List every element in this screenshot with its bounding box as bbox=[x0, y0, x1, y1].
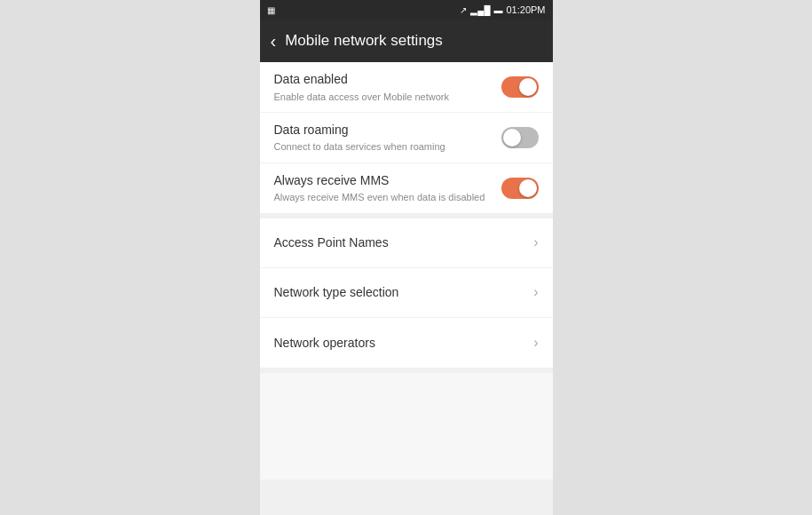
data-enabled-subtitle: Enable data access over Mobile network bbox=[274, 91, 501, 103]
access-point-names-item[interactable]: Access Point Names › bbox=[260, 218, 553, 268]
always-receive-mms-thumb bbox=[519, 179, 537, 197]
network-operators-chevron: › bbox=[533, 336, 538, 350]
status-right: ↗ ▂▄█ ▬ 01:20PM bbox=[460, 4, 545, 15]
data-roaming-toggle[interactable] bbox=[501, 127, 539, 148]
data-enabled-title: Data enabled bbox=[274, 71, 501, 89]
page-title: Mobile network settings bbox=[285, 32, 443, 50]
data-roaming-text: Data roaming Connect to data services wh… bbox=[274, 122, 501, 154]
always-receive-mms-text: Always receive MMS Always receive MMS ev… bbox=[274, 172, 501, 204]
status-bar: ▦ ↗ ▂▄█ ▬ 01:20PM bbox=[260, 0, 553, 20]
battery-icon: ▬ bbox=[493, 5, 502, 15]
status-time: 01:20PM bbox=[506, 4, 545, 15]
network-operators-label: Network operators bbox=[274, 336, 375, 350]
always-receive-mms-track[interactable] bbox=[501, 178, 539, 199]
nav-section: Access Point Names › Network type select… bbox=[260, 218, 553, 368]
data-enabled-toggle[interactable] bbox=[501, 76, 539, 98]
always-receive-mms-subtitle: Always receive MMS even when data is dis… bbox=[274, 191, 501, 203]
screen-content: Data enabled Enable data access over Mob… bbox=[260, 62, 553, 515]
status-left: ▦ bbox=[267, 5, 275, 15]
network-type-selection-label: Network type selection bbox=[274, 285, 399, 299]
always-receive-mms-title: Always receive MMS bbox=[274, 172, 501, 190]
access-point-names-label: Access Point Names bbox=[274, 235, 389, 250]
data-roaming-track[interactable] bbox=[501, 127, 539, 148]
data-roaming-item[interactable]: Data roaming Connect to data services wh… bbox=[260, 113, 553, 163]
data-enabled-text: Data enabled Enable data access over Mob… bbox=[274, 71, 501, 103]
data-roaming-title: Data roaming bbox=[274, 122, 501, 139]
network-operators-item[interactable]: Network operators › bbox=[260, 318, 553, 368]
network-type-selection-item[interactable]: Network type selection › bbox=[260, 268, 553, 318]
data-enabled-thumb bbox=[519, 78, 537, 96]
notification-icon: ▦ bbox=[267, 5, 275, 15]
toggle-settings-section: Data enabled Enable data access over Mob… bbox=[260, 62, 553, 213]
always-receive-mms-item[interactable]: Always receive MMS Always receive MMS ev… bbox=[260, 163, 553, 213]
data-roaming-thumb bbox=[503, 129, 521, 147]
phone-container: ▦ ↗ ▂▄█ ▬ 01:20PM ‹ Mobile network setti… bbox=[260, 0, 553, 515]
top-bar: ‹ Mobile network settings bbox=[260, 20, 553, 62]
back-button[interactable]: ‹ bbox=[271, 32, 277, 50]
data-roaming-subtitle: Connect to data services when roaming bbox=[274, 140, 501, 153]
network-type-selection-chevron: › bbox=[533, 285, 538, 299]
signal-bars-icon: ▂▄█ bbox=[470, 5, 490, 15]
data-enabled-track[interactable] bbox=[501, 76, 539, 98]
bottom-placeholder bbox=[260, 373, 553, 479]
access-point-names-chevron: › bbox=[533, 235, 538, 250]
data-enabled-item[interactable]: Data enabled Enable data access over Mob… bbox=[260, 62, 553, 113]
signal-direction-icon: ↗ bbox=[460, 5, 467, 15]
always-receive-mms-toggle[interactable] bbox=[501, 178, 539, 199]
